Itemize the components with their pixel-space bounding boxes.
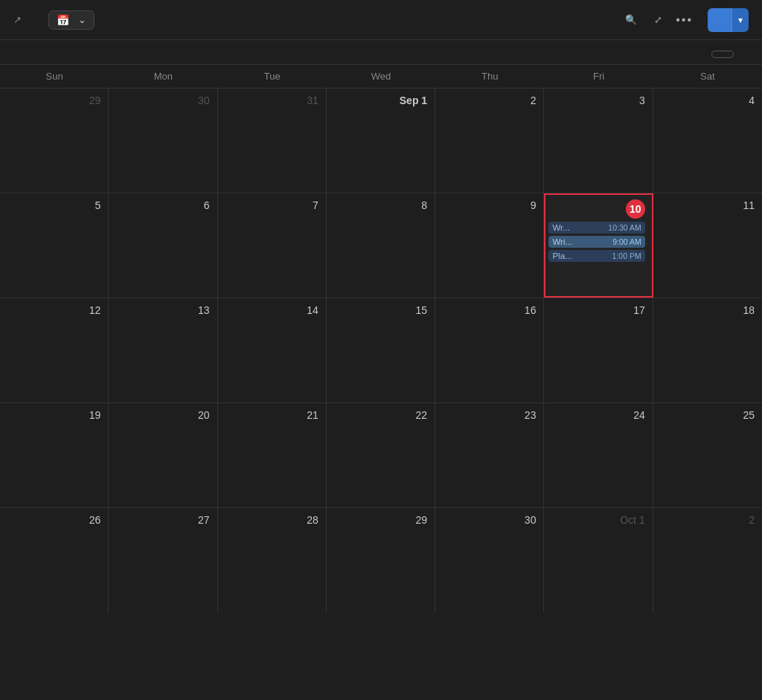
day-number: 31 [222,94,318,106]
new-button-group: ▾ [708,8,749,32]
day-number: 27 [113,514,209,526]
calendar-cell[interactable]: 11 [653,193,762,298]
day-header-sat: Sat [653,65,762,88]
calendar-cell[interactable]: 21 [218,403,327,507]
day-header-fri: Fri [544,65,653,88]
calendar-cell[interactable]: 29 [327,508,435,613]
day-number: Sep 1 [331,94,427,106]
day-number: 4 [658,94,755,106]
day-number: 28 [222,514,318,526]
calendar-week-4: 2627282930Oct 12 [0,508,762,613]
day-number: 29 [331,514,427,526]
calendar-cell[interactable]: 7 [218,193,327,298]
calendar-cell[interactable]: 12 [0,298,109,402]
calendar-cell[interactable]: 30 [435,508,544,613]
event-time: 1:00 PM [612,251,641,260]
day-number: 24 [548,409,644,421]
day-number: 5 [4,199,100,211]
day-headers-row: SunMonTueWedThuFriSat [0,65,762,89]
event-time: 10:30 AM [608,223,641,232]
day-number: 30 [113,94,209,106]
day-number: 7 [222,199,318,211]
day-header-tue: Tue [218,65,327,88]
calendar-nav-controls [698,51,747,58]
prev-month-button[interactable] [698,53,707,56]
calendar-cell[interactable]: 13 [109,298,217,402]
day-number: 2 [658,514,755,526]
calendar-cell[interactable]: 17 [544,298,653,402]
calendar-grid: SunMonTueWedThuFriSat 293031Sep 12345678… [0,64,762,613]
calendar-cell[interactable]: 22 [327,403,435,507]
day-header-wed: Wed [327,65,435,88]
calendar-cell[interactable]: 15 [327,298,435,402]
day-number: 13 [113,304,209,316]
calendar-week-0: 293031Sep 1234 [0,89,762,193]
calendar-cell[interactable]: 29 [0,89,109,193]
calendar-cell[interactable]: 28 [218,508,327,613]
day-header-sun: Sun [0,65,109,88]
day-number: 20 [113,409,209,421]
calendar-cell[interactable]: 31 [218,89,327,193]
day-number: 15 [331,304,427,316]
calendar-cell[interactable]: 23 [435,403,544,507]
calendar-cell[interactable]: 20 [109,403,217,507]
calendar-cell[interactable]: 19 [0,403,109,507]
search-button[interactable]: 🔍 [625,14,641,25]
day-number: 23 [440,409,536,421]
calendar-cell[interactable]: 18 [653,298,762,402]
day-number: 16 [440,304,536,316]
day-number: 26 [4,514,100,526]
day-number: 3 [548,94,644,106]
calendar-cell[interactable]: 4 [653,89,762,193]
calendar-cell[interactable]: 26 [0,508,109,613]
day-number: 21 [222,409,318,421]
day-header-mon: Mon [109,65,217,88]
calendar-cell[interactable]: 2 [653,508,762,613]
search-icon: 🔍 [625,14,637,25]
calendar-cell[interactable]: 3 [544,89,653,193]
day-number: 19 [4,409,100,421]
calendar-icon: 📅 [57,14,69,26]
calendar-cell[interactable]: 16 [435,298,544,402]
expand-icon[interactable]: ⤢ [654,14,662,25]
calendar-cell[interactable]: 8 [327,193,435,298]
calendar-cell[interactable]: 9 [435,193,544,298]
calendar-cell[interactable]: 24 [544,403,653,507]
day-number: 14 [222,304,318,316]
day-number: 18 [658,304,755,316]
calendar-cell[interactable]: 27 [109,508,217,613]
calendar-cell[interactable]: 10Wr...10:30 AMWri...9:00 AMPla...1:00 P… [544,193,653,298]
calendar-cell[interactable]: Sep 1 [327,89,435,193]
new-dropdown-arrow[interactable]: ▾ [731,8,749,32]
next-month-button[interactable] [738,53,747,56]
calendar-event[interactable]: Pla...1:00 PM [548,250,644,262]
calendar-selector[interactable]: 📅 ⌄ [48,10,95,30]
day-number: 12 [4,304,100,316]
today-button[interactable] [711,51,734,58]
day-number: 9 [440,199,536,211]
day-number: 6 [113,199,209,211]
more-options-icon[interactable]: ••• [676,13,693,27]
calendar-nav [0,40,762,64]
day-number: 30 [440,514,536,526]
new-button[interactable] [708,8,731,32]
calendar-week-1: 5678910Wr...10:30 AMWri...9:00 AMPla...1… [0,193,762,298]
calendar-cell[interactable]: 2 [435,89,544,193]
day-number: 22 [331,409,427,421]
calendar-cell[interactable]: 14 [218,298,327,402]
calendar-week-3: 19202122232425 [0,403,762,508]
day-number: 2 [440,94,536,106]
calendar-cell[interactable]: 6 [109,193,217,298]
day-number: 25 [658,409,755,421]
calendar-week-2: 12131415161718 [0,298,762,403]
calendar-cell[interactable]: 25 [653,403,762,507]
day-number: 29 [4,94,100,106]
calendar-event[interactable]: Wr...10:30 AM [548,222,644,234]
day-number: 8 [331,199,427,211]
today-badge: 10 [626,199,645,219]
calendar-cell[interactable]: 5 [0,193,109,298]
calendar-event[interactable]: Wri...9:00 AM [548,236,644,248]
calendar-cell[interactable]: 30 [109,89,217,193]
event-title: Wri... [552,237,572,246]
calendar-cell[interactable]: Oct 1 [544,508,653,613]
